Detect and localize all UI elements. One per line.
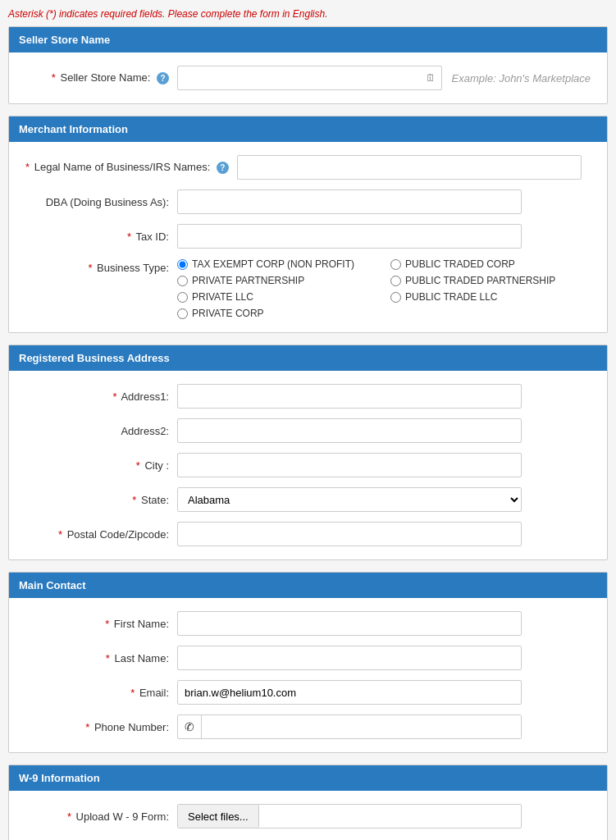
tax-id-row: * Tax ID: xyxy=(25,224,591,249)
main-contact-header: Main Contact xyxy=(9,573,607,598)
dba-input[interactable] xyxy=(177,189,522,214)
business-type-row: * Business Type: TAX EXEMPT CORP (NON PR… xyxy=(25,258,591,319)
main-contact-section: Main Contact * First Name: * Last Name: xyxy=(8,572,608,753)
city-label: * City : xyxy=(25,459,177,472)
legal-name-help-icon[interactable]: ? xyxy=(217,162,229,174)
legal-name-label: * Legal Name of Business/IRS Names: ? xyxy=(25,161,237,174)
radio-private-llc[interactable] xyxy=(177,292,188,303)
w9-header: W-9 Information xyxy=(9,765,607,791)
address1-input-wrapper xyxy=(177,384,522,409)
business-type-options: TAX EXEMPT CORP (NON PROFIT) PUBLIC TRAD… xyxy=(177,258,587,319)
last-name-input[interactable] xyxy=(177,646,522,670)
email-label: * Email: xyxy=(25,687,177,699)
store-name-row: * Seller Store Name: ? 🗓 Example: John's… xyxy=(25,66,591,90)
city-row: * City : xyxy=(25,453,591,477)
tax-id-input[interactable] xyxy=(177,224,522,249)
email-row: * Email: xyxy=(25,680,591,705)
store-name-input-wrapper: 🗓 xyxy=(177,66,442,90)
radio-public-traded-corp[interactable] xyxy=(390,259,401,270)
dba-label: DBA (Doing Business As): xyxy=(25,196,177,208)
store-name-label: * Seller Store Name: ? xyxy=(25,71,177,84)
radio-tax-exempt[interactable] xyxy=(177,259,188,270)
merchant-info-header: Merchant Information xyxy=(9,116,607,142)
phone-label: * Phone Number: xyxy=(25,721,177,733)
address1-row: * Address1: xyxy=(25,384,591,409)
address1-label: * Address1: xyxy=(25,390,177,403)
store-name-example: Example: John's Marketplace xyxy=(452,72,591,84)
address2-input-wrapper xyxy=(177,418,522,443)
address2-label: Address2: xyxy=(25,425,177,437)
phone-input-wrapper: ✆ xyxy=(177,714,522,739)
upload-row: * Upload W - 9 Form: Select files... xyxy=(25,804,591,829)
business-type-private-corp[interactable]: PRIVATE CORP xyxy=(177,308,374,319)
calendar-icon: 🗓 xyxy=(426,72,436,84)
email-input-wrapper xyxy=(177,680,522,705)
last-name-row: * Last Name: xyxy=(25,646,591,670)
phone-input-container: ✆ xyxy=(177,714,522,739)
legal-name-input-wrapper xyxy=(237,155,582,180)
seller-store-name-section: Seller Store Name * Seller Store Name: ?… xyxy=(8,26,608,104)
state-select-wrapper: Alabama Alaska Arizona Arkansas Californ… xyxy=(177,487,522,512)
legal-name-input[interactable] xyxy=(237,155,582,180)
address1-input[interactable] xyxy=(177,384,522,409)
store-name-input-container: 🗓 xyxy=(177,66,442,90)
file-upload-area: Select files... xyxy=(177,804,522,829)
state-row: * State: Alabama Alaska Arizona Arkansas… xyxy=(25,487,591,512)
tax-id-label: * Tax ID: xyxy=(25,231,177,243)
city-input[interactable] xyxy=(177,453,522,477)
first-name-input[interactable] xyxy=(177,611,522,636)
registered-address-section: Registered Business Address * Address1: … xyxy=(8,345,608,560)
postal-row: * Postal Code/Zipcode: xyxy=(25,522,591,546)
dba-input-wrapper xyxy=(177,189,522,214)
business-type-public-trade-llc[interactable]: PUBLIC TRADE LLC xyxy=(390,291,587,303)
radio-private-corp[interactable] xyxy=(177,308,188,319)
registered-address-header: Registered Business Address xyxy=(9,345,607,371)
radio-public-traded-partnership[interactable] xyxy=(390,276,401,286)
dba-row: DBA (Doing Business As): xyxy=(25,189,591,214)
radio-private-partnership[interactable] xyxy=(177,276,188,286)
state-label: * State: xyxy=(25,494,177,506)
upload-label: * Upload W - 9 Form: xyxy=(25,810,177,823)
required-star: * xyxy=(52,71,56,84)
address2-input[interactable] xyxy=(177,418,522,443)
business-type-private-llc[interactable]: PRIVATE LLC xyxy=(177,291,374,303)
business-type-private-partnership[interactable]: PRIVATE PARTNERSHIP xyxy=(177,275,374,286)
last-name-label: * Last Name: xyxy=(25,652,177,664)
phone-row: * Phone Number: ✆ xyxy=(25,714,591,739)
first-name-input-wrapper xyxy=(177,611,522,636)
postal-label: * Postal Code/Zipcode: xyxy=(25,528,177,541)
first-name-label: * First Name: xyxy=(25,618,177,630)
store-name-input[interactable] xyxy=(177,66,442,90)
phone-flag-icon: ✆ xyxy=(178,715,202,738)
address2-row: Address2: xyxy=(25,418,591,443)
business-type-tax-exempt[interactable]: TAX EXEMPT CORP (NON PROFIT) xyxy=(177,258,374,270)
email-input[interactable] xyxy=(177,680,522,705)
tax-id-input-wrapper xyxy=(177,224,522,249)
select-files-button[interactable]: Select files... xyxy=(178,805,259,828)
seller-store-name-header: Seller Store Name xyxy=(9,27,607,52)
city-input-wrapper xyxy=(177,453,522,477)
top-notice: Asterisk (*) indicates required fields. … xyxy=(8,8,608,20)
postal-input-wrapper xyxy=(177,522,522,546)
w9-section: W-9 Information * Upload W - 9 Form: Sel… xyxy=(8,765,608,840)
legal-name-row: * Legal Name of Business/IRS Names: ? xyxy=(25,155,591,180)
first-name-row: * First Name: xyxy=(25,611,591,636)
radio-public-trade-llc[interactable] xyxy=(390,292,401,303)
postal-input[interactable] xyxy=(177,522,522,546)
business-type-label: * Business Type: xyxy=(25,258,177,274)
last-name-input-wrapper xyxy=(177,646,522,670)
store-name-help-icon[interactable]: ? xyxy=(157,72,169,84)
business-type-public-traded-partnership[interactable]: PUBLIC TRADED PARTNERSHIP xyxy=(390,275,587,286)
phone-input[interactable] xyxy=(202,715,521,738)
state-select[interactable]: Alabama Alaska Arizona Arkansas Californ… xyxy=(177,487,522,512)
merchant-info-section: Merchant Information * Legal Name of Bus… xyxy=(8,116,608,333)
business-type-public-traded-corp[interactable]: PUBLIC TRADED CORP xyxy=(390,258,587,270)
